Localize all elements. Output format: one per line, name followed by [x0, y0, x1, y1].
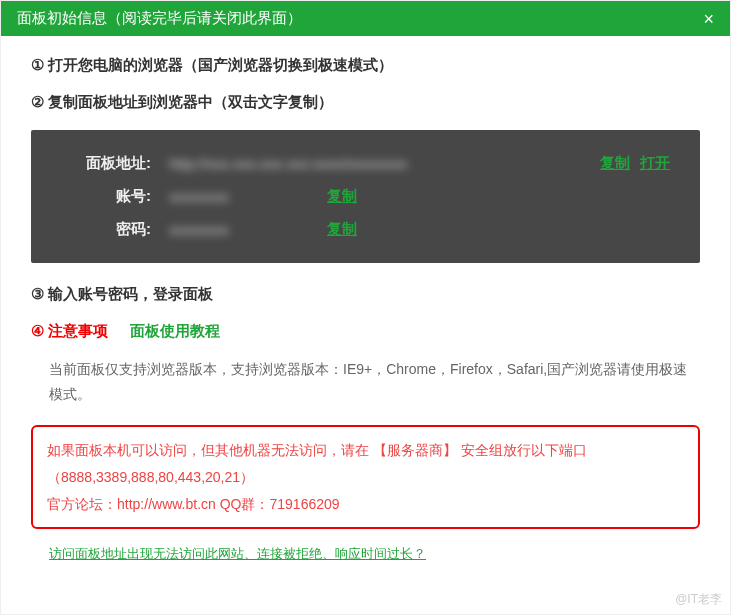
step-1-num: ① [31, 56, 44, 74]
warning-box: 如果面板本机可以访问，但其他机器无法访问，请在 【服务器商】 安全组放行以下端口… [31, 425, 700, 529]
copy-password-link[interactable]: 复制 [327, 220, 357, 239]
troubleshoot-link[interactable]: 访问面板地址出现无法访问此网站、连接被拒绝、响应时间过长？ [49, 546, 426, 561]
panel-address-value[interactable]: http://xxx.xxx.xxx.xxx:xxxx/xxxxxxxx [169, 155, 572, 172]
close-icon[interactable]: × [703, 10, 714, 28]
warning-line-2: 官方论坛：http://www.bt.cn QQ群：719166209 [47, 491, 684, 518]
step-3: ③ 输入账号密码，登录面板 [31, 285, 700, 304]
panel-address-label: 面板地址: [61, 154, 151, 173]
step-2-num: ② [31, 93, 44, 111]
panel-account-value[interactable]: xxxxxxxx [169, 188, 299, 205]
step-4-num: ④ [31, 322, 44, 340]
panel-account-row: 账号: xxxxxxxx 复制 [61, 187, 670, 206]
credentials-panel: 面板地址: http://xxx.xxx.xxx.xxx:xxxx/xxxxxx… [31, 130, 700, 263]
panel-password-row: 密码: xxxxxxxx 复制 [61, 220, 670, 239]
dialog-header: 面板初始信息（阅读完毕后请关闭此界面） × [1, 1, 730, 36]
copy-address-link[interactable]: 复制 [600, 154, 630, 173]
dialog-title: 面板初始信息（阅读完毕后请关闭此界面） [17, 9, 302, 28]
step-4: ④ 注意事项 面板使用教程 [31, 322, 700, 341]
step-3-text: 输入账号密码，登录面板 [48, 285, 213, 302]
dialog-content: ① 打开您电脑的浏览器（国产浏览器切换到极速模式） ② 复制面板地址到浏览器中（… [1, 36, 730, 573]
step-1: ① 打开您电脑的浏览器（国产浏览器切换到极速模式） [31, 56, 700, 75]
panel-password-label: 密码: [61, 220, 151, 239]
panel-password-value[interactable]: xxxxxxxx [169, 221, 299, 238]
panel-account-label: 账号: [61, 187, 151, 206]
copy-account-link[interactable]: 复制 [327, 187, 357, 206]
step-3-num: ③ [31, 285, 44, 303]
panel-address-row: 面板地址: http://xxx.xxx.xxx.xxx:xxxx/xxxxxx… [61, 154, 670, 173]
watermark: @IT老李 [675, 591, 722, 608]
step-2: ② 复制面板地址到浏览器中（双击文字复制） [31, 93, 700, 112]
browser-support-info: 当前面板仅支持浏览器版本，支持浏览器版本：IE9+，Chrome，Firefox… [49, 357, 700, 407]
step-1-text: 打开您电脑的浏览器（国产浏览器切换到极速模式） [48, 56, 393, 73]
step-4-text: 注意事项 [48, 322, 108, 339]
tutorial-link[interactable]: 面板使用教程 [130, 322, 220, 339]
step-2-text: 复制面板地址到浏览器中（双击文字复制） [48, 93, 333, 110]
open-address-link[interactable]: 打开 [640, 154, 670, 173]
warning-line-1: 如果面板本机可以访问，但其他机器无法访问，请在 【服务器商】 安全组放行以下端口… [47, 437, 684, 490]
